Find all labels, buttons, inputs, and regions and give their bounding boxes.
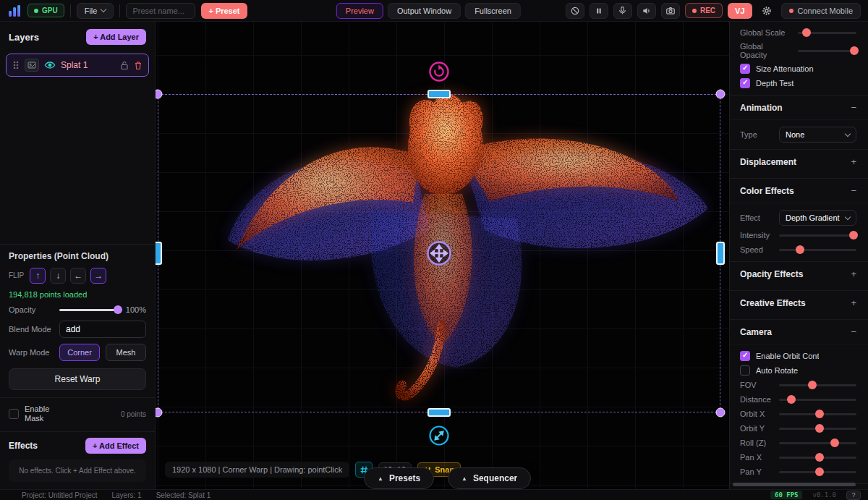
global-scale-label: Global Scale — [740, 28, 792, 37]
warp-edge-handle-left[interactable] — [156, 242, 162, 265]
orbit-y-label: Orbit Y — [740, 424, 773, 433]
settings-button[interactable] — [757, 3, 776, 19]
section-animation[interactable]: Animation − — [730, 95, 868, 119]
expand-up-icon: ▲ — [461, 475, 467, 482]
slider-thumb[interactable] — [787, 395, 796, 404]
layer-lock-button[interactable] — [120, 61, 129, 70]
help-button[interactable]: ? — [846, 491, 861, 500]
fullscreen-button[interactable]: Fullscreen — [465, 3, 521, 19]
record-dot-icon — [692, 9, 697, 13]
section-displacement[interactable]: Displacement + — [730, 149, 868, 174]
section-color-effects[interactable]: Color Effects − — [730, 178, 868, 203]
auto-rotate-row: Auto Rotate — [730, 363, 868, 378]
enable-mask-checkbox[interactable] — [9, 409, 19, 419]
pause-button[interactable] — [590, 3, 608, 19]
animation-type-value: None — [786, 130, 804, 139]
add-effect-button[interactable]: + Add Effect — [85, 438, 146, 454]
animation-title: Animation — [740, 103, 783, 113]
file-menu-button[interactable]: File — [77, 3, 114, 19]
orbit-x-label: Orbit X — [740, 410, 773, 418]
depth-test-label: Depth Test — [756, 79, 793, 88]
slider-thumb[interactable] — [815, 410, 824, 418]
connect-mobile-button[interactable]: Connect Mobile — [781, 3, 861, 19]
slider-track — [59, 309, 120, 311]
flip-up-button[interactable]: ↑ — [30, 268, 46, 284]
slider-thumb[interactable] — [850, 46, 859, 55]
slider-thumb[interactable] — [830, 438, 839, 447]
layer-visibility-toggle[interactable] — [44, 61, 56, 69]
effect-select[interactable]: Depth Gradient — [779, 210, 856, 226]
warp-corner-handle-top-right[interactable] — [716, 90, 726, 99]
microphone-button[interactable] — [613, 3, 632, 19]
slider-thumb[interactable] — [815, 424, 824, 433]
auto-rotate-checkbox[interactable] — [740, 365, 750, 376]
output-window-button[interactable]: Output Window — [388, 3, 461, 19]
depth-test-checkbox[interactable] — [740, 78, 750, 88]
flip-right-button[interactable]: → — [90, 268, 106, 284]
warp-mesh-button[interactable]: Mesh — [106, 344, 146, 361]
preview-canvas[interactable]: 1920 x 1080 | Corner Warp | Drawing: poi… — [156, 22, 729, 489]
section-opacity-effects[interactable]: Opacity Effects + — [730, 261, 868, 286]
preview-button[interactable]: Preview — [336, 3, 383, 19]
warp-edge-handle-top[interactable] — [427, 90, 451, 98]
reset-warp-button[interactable]: Reset Warp — [9, 368, 146, 390]
fov-slider[interactable] — [779, 380, 856, 390]
layer-delete-button[interactable] — [134, 61, 142, 70]
slider-thumb[interactable] — [114, 305, 122, 314]
warp-edge-handle-right[interactable] — [716, 242, 725, 265]
warp-corner-handle-bottom-right[interactable] — [716, 408, 726, 418]
roll-z-slider[interactable] — [779, 438, 856, 448]
warp-edge-handle-bottom[interactable] — [427, 408, 451, 417]
orbit-x-slider[interactable] — [779, 409, 856, 419]
flip-down-button[interactable]: ↓ — [50, 268, 66, 284]
add-preset-button[interactable]: + Preset — [201, 3, 247, 19]
speed-slider[interactable] — [779, 245, 856, 255]
drag-handle-icon[interactable] — [12, 61, 20, 69]
animation-type-select[interactable]: None — [779, 127, 856, 143]
layer-row-splat-1[interactable]: Splat 1 — [6, 54, 149, 77]
camera-title: Camera — [740, 327, 772, 337]
pan-y-slider[interactable] — [779, 467, 856, 477]
blend-mode-input[interactable] — [59, 321, 146, 338]
global-opacity-label: Global Opacity — [740, 42, 792, 59]
intensity-slider[interactable] — [779, 230, 856, 240]
vj-mode-button[interactable]: VJ — [728, 3, 752, 19]
divider — [70, 4, 71, 17]
opacity-slider[interactable] — [59, 305, 120, 315]
slider-thumb[interactable] — [796, 245, 804, 254]
section-camera[interactable]: Camera − — [730, 319, 868, 344]
audio-button[interactable] — [637, 3, 656, 19]
record-button[interactable]: REC — [685, 3, 723, 18]
pan-x-slider[interactable] — [779, 452, 856, 462]
size-attenuation-checkbox[interactable] — [740, 64, 750, 74]
move-handle[interactable] — [426, 240, 452, 266]
global-opacity-slider[interactable] — [798, 46, 856, 56]
sequencer-drawer-button[interactable]: ▲ Sequencer — [448, 467, 531, 489]
presets-drawer-button[interactable]: ▲ Presets — [364, 467, 434, 489]
slider-thumb[interactable] — [815, 467, 824, 476]
section-creative-effects[interactable]: Creative Effects + — [730, 290, 868, 315]
rotate-handle[interactable] — [428, 61, 450, 82]
right-panel-scrollbar[interactable] — [733, 483, 856, 486]
preset-name-input[interactable] — [126, 3, 195, 19]
slider-thumb[interactable] — [849, 231, 858, 240]
left-sidebar: Layers + Add Layer Splat 1 — [0, 22, 156, 489]
enable-orbit-checkbox[interactable] — [740, 351, 750, 361]
slider-track — [779, 249, 856, 251]
scale-handle[interactable] — [428, 425, 450, 446]
orbit-y-slider[interactable] — [779, 423, 856, 433]
global-scale-slider[interactable] — [798, 27, 856, 38]
presets-drawer-label: Presets — [389, 473, 420, 483]
layer-name: Splat 1 — [61, 60, 115, 70]
warp-corner-button[interactable]: Corner — [59, 344, 100, 361]
slider-thumb[interactable] — [815, 453, 824, 462]
slider-thumb[interactable] — [802, 28, 811, 37]
app-window: GPU File + Preset Preview Output Window … — [0, 0, 868, 500]
slider-thumb[interactable] — [808, 381, 817, 389]
add-layer-button[interactable]: + Add Layer — [86, 29, 146, 45]
disable-button[interactable] — [566, 3, 584, 19]
distance-slider[interactable] — [779, 394, 856, 404]
flip-left-button[interactable]: ← — [70, 268, 86, 284]
screenshot-button[interactable] — [661, 3, 680, 19]
distance-row: Distance — [730, 392, 868, 407]
